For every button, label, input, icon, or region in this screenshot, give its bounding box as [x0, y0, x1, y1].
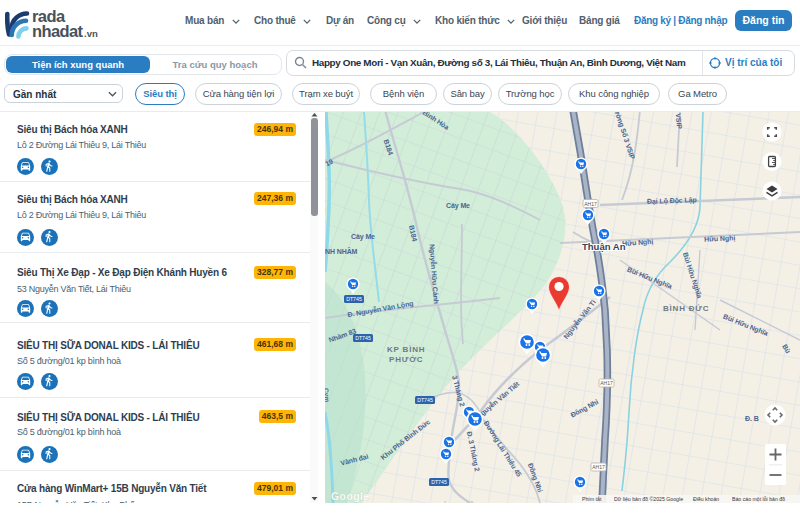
svg-text:Phím tắt: Phím tắt: [582, 496, 602, 502]
svg-text:NH NHẦM: NH NHẦM: [325, 246, 358, 255]
svg-text:DT745: DT745: [431, 479, 447, 485]
svg-text:AH17: AH17: [584, 201, 597, 207]
svg-text:AH17: AH17: [600, 380, 613, 386]
svg-text:BÌNH ĐỨC: BÌNH ĐỨC: [663, 304, 709, 313]
svg-text:DT745: DT745: [417, 397, 433, 403]
svg-text:Cây Me: Cây Me: [351, 233, 375, 241]
svg-text:Dữ liệu bản đồ ©2025 Google: Dữ liệu bản đồ ©2025 Google: [614, 496, 683, 502]
svg-text:Điều khoản: Điều khoản: [693, 496, 719, 502]
svg-text:DT745: DT745: [346, 296, 362, 302]
svg-text:AH17: AH17: [592, 464, 605, 470]
svg-text:Cym: Cym: [325, 388, 331, 403]
svg-text:KP BÌNH: KP BÌNH: [387, 345, 425, 354]
svg-text:.vn: .vn: [84, 28, 98, 39]
svg-text:Google: Google: [331, 490, 370, 502]
svg-text:LÁI THIÊU: LÁI THIÊU: [437, 501, 482, 503]
svg-text:PHƯỚC: PHƯỚC: [389, 355, 423, 364]
svg-text:nhadat: nhadat: [32, 22, 84, 40]
svg-text:Cây Me: Cây Me: [446, 202, 470, 210]
svg-text:Báo cáo một lỗi bản đồ: Báo cáo một lỗi bản đồ: [732, 496, 785, 502]
svg-text:DT745: DT745: [355, 335, 371, 341]
svg-text:Đ. B: Đ. B: [745, 415, 759, 422]
